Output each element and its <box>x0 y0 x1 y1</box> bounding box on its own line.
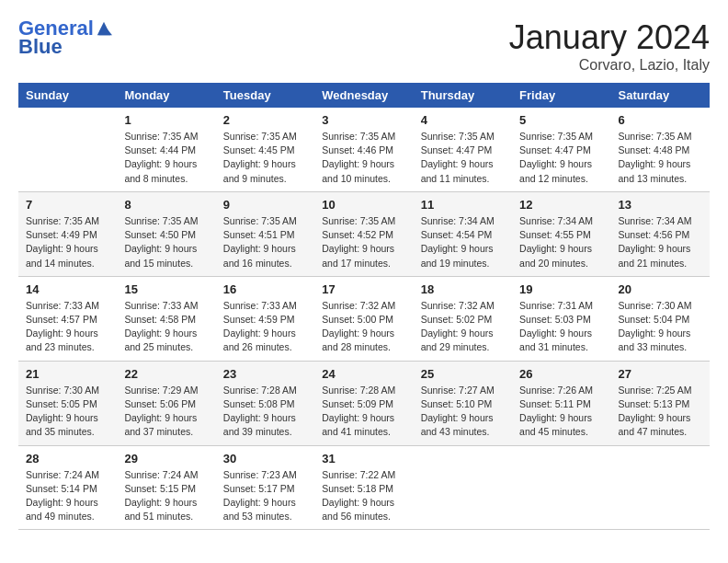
calendar-header-row: SundayMondayTuesdayWednesdayThursdayFrid… <box>18 83 710 108</box>
calendar-table: SundayMondayTuesdayWednesdayThursdayFrid… <box>18 83 710 530</box>
day-number: 15 <box>124 282 208 296</box>
day-info: Sunrise: 7:35 AM Sunset: 4:46 PM Dayligh… <box>322 130 405 186</box>
day-number: 31 <box>322 452 405 465</box>
day-info: Sunrise: 7:35 AM Sunset: 4:45 PM Dayligh… <box>223 130 307 186</box>
day-info: Sunrise: 7:25 AM Sunset: 5:13 PM Dayligh… <box>619 384 702 440</box>
day-info: Sunrise: 7:30 AM Sunset: 5:04 PM Dayligh… <box>619 299 702 355</box>
calendar-cell: 30Sunrise: 7:23 AM Sunset: 5:17 PM Dayli… <box>216 445 314 530</box>
calendar-week-row: 7Sunrise: 7:35 AM Sunset: 4:49 PM Daylig… <box>18 191 710 276</box>
calendar-cell: 23Sunrise: 7:28 AM Sunset: 5:08 PM Dayli… <box>216 361 314 445</box>
day-number: 1 <box>124 113 208 127</box>
calendar-cell <box>18 108 117 191</box>
day-number: 20 <box>619 282 702 296</box>
day-info: Sunrise: 7:33 AM Sunset: 4:59 PM Dayligh… <box>223 299 307 355</box>
calendar-cell: 10Sunrise: 7:35 AM Sunset: 4:52 PM Dayli… <box>314 191 413 276</box>
day-number: 27 <box>619 367 702 381</box>
calendar-cell: 12Sunrise: 7:34 AM Sunset: 4:55 PM Dayli… <box>512 191 610 276</box>
calendar-cell: 16Sunrise: 7:33 AM Sunset: 4:59 PM Dayli… <box>216 276 314 361</box>
calendar-cell: 3Sunrise: 7:35 AM Sunset: 4:46 PM Daylig… <box>314 108 413 191</box>
day-number: 19 <box>519 282 603 296</box>
calendar-week-row: 14Sunrise: 7:33 AM Sunset: 4:57 PM Dayli… <box>18 276 710 361</box>
calendar-cell: 20Sunrise: 7:30 AM Sunset: 5:04 PM Dayli… <box>611 276 710 361</box>
day-info: Sunrise: 7:35 AM Sunset: 4:44 PM Dayligh… <box>124 130 208 186</box>
logo: General Blue <box>18 18 112 59</box>
day-info: Sunrise: 7:34 AM Sunset: 4:55 PM Dayligh… <box>519 214 603 270</box>
weekday-header: Sunday <box>18 83 117 108</box>
day-info: Sunrise: 7:31 AM Sunset: 5:03 PM Dayligh… <box>519 299 603 355</box>
calendar-cell: 13Sunrise: 7:34 AM Sunset: 4:56 PM Dayli… <box>611 191 710 276</box>
calendar-cell: 7Sunrise: 7:35 AM Sunset: 4:49 PM Daylig… <box>18 191 117 276</box>
day-info: Sunrise: 7:35 AM Sunset: 4:49 PM Dayligh… <box>26 214 109 270</box>
calendar-cell: 31Sunrise: 7:22 AM Sunset: 5:18 PM Dayli… <box>314 445 413 530</box>
day-info: Sunrise: 7:27 AM Sunset: 5:10 PM Dayligh… <box>421 384 505 440</box>
day-number: 24 <box>322 367 405 381</box>
month-title: January 2024 <box>509 18 710 57</box>
day-number: 5 <box>519 113 603 127</box>
day-info: Sunrise: 7:23 AM Sunset: 5:17 PM Dayligh… <box>223 468 307 524</box>
location: Corvaro, Lazio, Italy <box>509 57 710 74</box>
day-info: Sunrise: 7:26 AM Sunset: 5:11 PM Dayligh… <box>519 384 603 440</box>
day-number: 13 <box>619 198 702 212</box>
day-number: 4 <box>421 113 505 127</box>
calendar-cell: 27Sunrise: 7:25 AM Sunset: 5:13 PM Dayli… <box>611 361 710 445</box>
logo-icon <box>96 20 112 37</box>
day-info: Sunrise: 7:32 AM Sunset: 5:02 PM Dayligh… <box>421 299 505 355</box>
calendar-cell: 24Sunrise: 7:28 AM Sunset: 5:09 PM Dayli… <box>314 361 413 445</box>
day-number: 28 <box>26 452 109 465</box>
day-info: Sunrise: 7:22 AM Sunset: 5:18 PM Dayligh… <box>322 468 405 524</box>
day-info: Sunrise: 7:30 AM Sunset: 5:05 PM Dayligh… <box>26 384 109 440</box>
calendar-cell: 22Sunrise: 7:29 AM Sunset: 5:06 PM Dayli… <box>117 361 215 445</box>
day-info: Sunrise: 7:34 AM Sunset: 4:56 PM Dayligh… <box>619 214 702 270</box>
calendar-cell: 28Sunrise: 7:24 AM Sunset: 5:14 PM Dayli… <box>18 445 117 530</box>
day-number: 7 <box>26 198 109 212</box>
day-number: 12 <box>519 198 603 212</box>
calendar-body: 1Sunrise: 7:35 AM Sunset: 4:44 PM Daylig… <box>18 108 710 530</box>
day-info: Sunrise: 7:35 AM Sunset: 4:48 PM Dayligh… <box>619 130 702 186</box>
calendar-cell: 5Sunrise: 7:35 AM Sunset: 4:47 PM Daylig… <box>512 108 610 191</box>
calendar-cell: 18Sunrise: 7:32 AM Sunset: 5:02 PM Dayli… <box>414 276 512 361</box>
day-number: 3 <box>322 113 405 127</box>
day-number: 6 <box>619 113 702 127</box>
day-info: Sunrise: 7:24 AM Sunset: 5:15 PM Dayligh… <box>124 468 208 524</box>
weekday-header: Thursday <box>414 83 512 108</box>
day-number: 30 <box>223 452 307 465</box>
day-info: Sunrise: 7:33 AM Sunset: 4:58 PM Dayligh… <box>124 299 208 355</box>
day-info: Sunrise: 7:34 AM Sunset: 4:54 PM Dayligh… <box>421 214 505 270</box>
calendar-week-row: 28Sunrise: 7:24 AM Sunset: 5:14 PM Dayli… <box>18 445 710 530</box>
day-number: 29 <box>124 452 208 465</box>
calendar-cell: 21Sunrise: 7:30 AM Sunset: 5:05 PM Dayli… <box>18 361 117 445</box>
calendar-cell: 6Sunrise: 7:35 AM Sunset: 4:48 PM Daylig… <box>611 108 710 191</box>
day-number: 9 <box>223 198 307 212</box>
day-info: Sunrise: 7:35 AM Sunset: 4:47 PM Dayligh… <box>519 130 603 186</box>
calendar-cell: 4Sunrise: 7:35 AM Sunset: 4:47 PM Daylig… <box>414 108 512 191</box>
weekday-header: Tuesday <box>216 83 314 108</box>
calendar-cell <box>414 445 512 530</box>
day-number: 25 <box>421 367 505 381</box>
calendar-cell: 2Sunrise: 7:35 AM Sunset: 4:45 PM Daylig… <box>216 108 314 191</box>
day-info: Sunrise: 7:32 AM Sunset: 5:00 PM Dayligh… <box>322 299 405 355</box>
calendar-cell: 29Sunrise: 7:24 AM Sunset: 5:15 PM Dayli… <box>117 445 215 530</box>
day-number: 26 <box>519 367 603 381</box>
calendar-cell: 26Sunrise: 7:26 AM Sunset: 5:11 PM Dayli… <box>512 361 610 445</box>
day-number: 22 <box>124 367 208 381</box>
day-info: Sunrise: 7:35 AM Sunset: 4:51 PM Dayligh… <box>223 214 307 270</box>
calendar-cell <box>512 445 610 530</box>
day-info: Sunrise: 7:33 AM Sunset: 4:57 PM Dayligh… <box>26 299 109 355</box>
day-info: Sunrise: 7:28 AM Sunset: 5:08 PM Dayligh… <box>223 384 307 440</box>
calendar-cell: 19Sunrise: 7:31 AM Sunset: 5:03 PM Dayli… <box>512 276 610 361</box>
day-info: Sunrise: 7:35 AM Sunset: 4:50 PM Dayligh… <box>124 214 208 270</box>
day-number: 14 <box>26 282 109 296</box>
day-number: 18 <box>421 282 505 296</box>
day-number: 2 <box>223 113 307 127</box>
header: General Blue January 2024 Corvaro, Lazio… <box>18 18 710 74</box>
calendar-cell: 25Sunrise: 7:27 AM Sunset: 5:10 PM Dayli… <box>414 361 512 445</box>
calendar-cell: 11Sunrise: 7:34 AM Sunset: 4:54 PM Dayli… <box>414 191 512 276</box>
title-area: January 2024 Corvaro, Lazio, Italy <box>509 18 710 74</box>
calendar-cell: 15Sunrise: 7:33 AM Sunset: 4:58 PM Dayli… <box>117 276 215 361</box>
weekday-header: Monday <box>117 83 215 108</box>
calendar-cell: 17Sunrise: 7:32 AM Sunset: 5:00 PM Dayli… <box>314 276 413 361</box>
day-number: 11 <box>421 198 505 212</box>
day-info: Sunrise: 7:28 AM Sunset: 5:09 PM Dayligh… <box>322 384 405 440</box>
calendar-week-row: 1Sunrise: 7:35 AM Sunset: 4:44 PM Daylig… <box>18 108 710 191</box>
day-info: Sunrise: 7:24 AM Sunset: 5:14 PM Dayligh… <box>26 468 109 524</box>
